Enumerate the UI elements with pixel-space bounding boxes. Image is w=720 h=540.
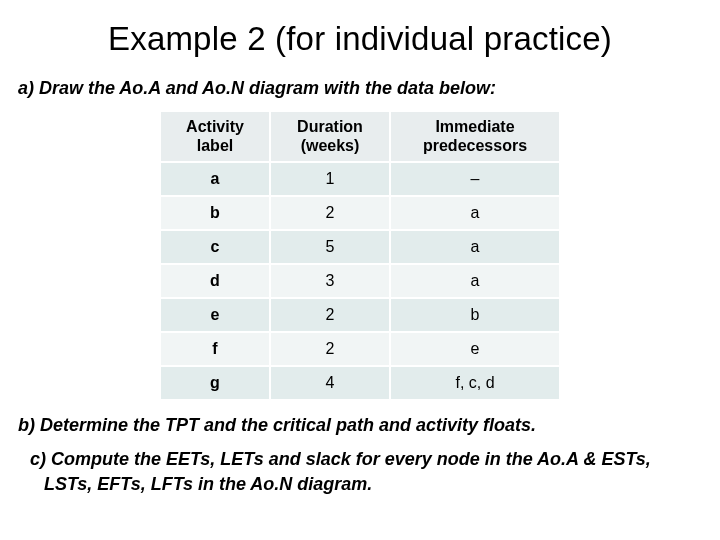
page-title: Example 2 (for individual practice) xyxy=(18,20,702,58)
cell-activity: a xyxy=(160,162,270,196)
cell-activity: e xyxy=(160,298,270,332)
table-row: g 4 f, c, d xyxy=(160,366,560,400)
cell-activity: f xyxy=(160,332,270,366)
table-row: b 2 a xyxy=(160,196,560,230)
cell-predecessors: b xyxy=(390,298,560,332)
cell-duration: 3 xyxy=(270,264,390,298)
header-activity: Activity label xyxy=(160,111,270,162)
cell-duration: 4 xyxy=(270,366,390,400)
cell-predecessors: – xyxy=(390,162,560,196)
cell-predecessors: f, c, d xyxy=(390,366,560,400)
table-row: a 1 – xyxy=(160,162,560,196)
cell-predecessors: a xyxy=(390,230,560,264)
table-header-row: Activity label Duration (weeks) Immediat… xyxy=(160,111,560,162)
header-duration: Duration (weeks) xyxy=(270,111,390,162)
cell-predecessors: a xyxy=(390,264,560,298)
cell-predecessors: e xyxy=(390,332,560,366)
table-row: e 2 b xyxy=(160,298,560,332)
cell-activity: c xyxy=(160,230,270,264)
header-predecessors: Immediate predecessors xyxy=(390,111,560,162)
table-row: c 5 a xyxy=(160,230,560,264)
cell-duration: 5 xyxy=(270,230,390,264)
cell-duration: 2 xyxy=(270,332,390,366)
activity-table: Activity label Duration (weeks) Immediat… xyxy=(159,110,561,401)
cell-activity: g xyxy=(160,366,270,400)
cell-duration: 2 xyxy=(270,196,390,230)
table-row: d 3 a xyxy=(160,264,560,298)
cell-duration: 2 xyxy=(270,298,390,332)
cell-activity: b xyxy=(160,196,270,230)
question-c: c) Compute the EETs, LETs and slack for … xyxy=(18,447,702,496)
cell-predecessors: a xyxy=(390,196,560,230)
question-a: a) Draw the Ao.A and Ao.N diagram with t… xyxy=(18,76,702,100)
question-b: b) Determine the TPT and the critical pa… xyxy=(18,413,702,437)
cell-activity: d xyxy=(160,264,270,298)
cell-duration: 1 xyxy=(270,162,390,196)
table-row: f 2 e xyxy=(160,332,560,366)
